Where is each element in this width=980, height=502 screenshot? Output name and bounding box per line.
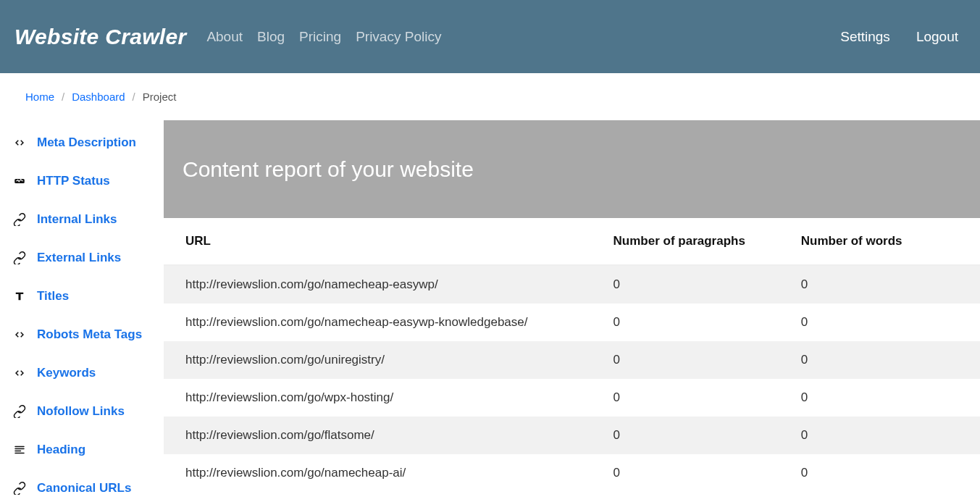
cell-words: 0 — [792, 265, 980, 304]
cell-words: 0 — [792, 304, 980, 341]
sidebar-item-label: Internal Links — [37, 212, 117, 227]
nav-about[interactable]: About — [206, 29, 243, 45]
cell-paragraphs: 0 — [605, 265, 792, 304]
cell-paragraphs: 0 — [605, 304, 792, 341]
sidebar-item[interactable]: Canonical URLs — [13, 469, 164, 502]
cell-url[interactable]: http://reviewslion.com/go/namecheap-easy… — [164, 265, 605, 304]
th-words: Number of words — [792, 218, 980, 265]
table-row: http://reviewslion.com/go/namecheap-easy… — [164, 265, 980, 304]
table-row: http://reviewslion.com/go/flatsome/00 — [164, 417, 980, 454]
sidebar-item-label: Heading — [37, 443, 85, 457]
link-icon — [13, 251, 37, 264]
status-icon — [13, 175, 37, 188]
breadcrumb-dashboard[interactable]: Dashboard — [72, 91, 125, 103]
breadcrumb-sep: / — [133, 91, 135, 103]
sidebar-item-label: Nofollow Links — [37, 404, 125, 419]
sidebar-item-label: Keywords — [37, 366, 96, 380]
breadcrumb-sep: / — [62, 91, 64, 103]
nav-pricing[interactable]: Pricing — [299, 29, 341, 45]
sidebar-item[interactable]: Keywords — [13, 354, 164, 392]
breadcrumb: Home / Dashboard / Project — [0, 73, 980, 120]
cell-paragraphs: 0 — [605, 417, 792, 454]
top-right-nav: Settings Logout — [840, 29, 958, 45]
cell-paragraphs: 0 — [605, 454, 792, 492]
sidebar-item[interactable]: Titles — [13, 277, 164, 315]
content-banner: Content report of your website — [164, 120, 980, 218]
code-icon — [13, 328, 37, 341]
nav-blog[interactable]: Blog — [257, 29, 285, 45]
sidebar-item-label: Titles — [37, 289, 69, 304]
th-url: URL — [164, 218, 605, 265]
nav-privacy[interactable]: Privacy Policy — [356, 29, 441, 45]
code-icon — [13, 136, 37, 149]
code-icon — [13, 367, 37, 380]
sidebar-item[interactable]: External Links — [13, 238, 164, 277]
cell-words: 0 — [792, 454, 980, 492]
banner-title: Content report of your website — [183, 157, 474, 182]
sidebar-item[interactable]: HTTP Status — [13, 162, 164, 200]
settings-link[interactable]: Settings — [840, 29, 890, 45]
cell-words: 0 — [792, 341, 980, 379]
table-row: http://reviewslion.com/go/wpx-hosting/00 — [164, 379, 980, 417]
table-row: http://reviewslion.com/go/uniregistry/00 — [164, 341, 980, 379]
cell-url[interactable]: http://reviewslion.com/go/namecheap-easy… — [164, 304, 605, 341]
sidebar-item-label: Meta Description — [37, 135, 136, 150]
top-bar: Website Crawler About Blog Pricing Priva… — [0, 0, 980, 73]
top-nav: About Blog Pricing Privacy Policy — [206, 29, 441, 45]
brand-logo[interactable]: Website Crawler — [14, 25, 186, 49]
cell-paragraphs: 0 — [605, 341, 792, 379]
cell-paragraphs: 0 — [605, 379, 792, 417]
cell-words: 0 — [792, 379, 980, 417]
cell-url[interactable]: http://reviewslion.com/go/uniregistry/ — [164, 341, 605, 379]
report-table: URL Number of paragraphs Number of words… — [164, 218, 980, 492]
cell-url[interactable]: http://reviewslion.com/go/namecheap-ai/ — [164, 454, 605, 492]
table-row: http://reviewslion.com/go/namecheap-easy… — [164, 304, 980, 341]
sidebar-item-label: Robots Meta Tags — [37, 327, 142, 342]
report-table-body: http://reviewslion.com/go/namecheap-easy… — [164, 265, 980, 492]
sidebar-item[interactable]: Nofollow Links — [13, 392, 164, 430]
breadcrumb-current: Project — [143, 91, 177, 103]
logout-link[interactable]: Logout — [916, 29, 958, 45]
sidebar-item[interactable]: Heading — [13, 430, 164, 469]
heading-icon — [13, 443, 37, 456]
sidebar-item[interactable]: Internal Links — [13, 200, 164, 238]
sidebar-item-label: Canonical URLs — [37, 481, 131, 495]
title-icon — [13, 290, 37, 303]
link-icon — [13, 213, 37, 226]
breadcrumb-home[interactable]: Home — [25, 91, 54, 103]
cell-words: 0 — [792, 417, 980, 454]
sidebar-item-label: HTTP Status — [37, 174, 110, 188]
sidebar-item[interactable]: Robots Meta Tags — [13, 315, 164, 354]
th-paragraphs: Number of paragraphs — [605, 218, 792, 265]
link-icon — [13, 482, 37, 495]
report-table-head: URL Number of paragraphs Number of words — [164, 218, 980, 265]
cell-url[interactable]: http://reviewslion.com/go/wpx-hosting/ — [164, 379, 605, 417]
sidebar: Meta DescriptionHTTP StatusInternal Link… — [0, 120, 164, 502]
cell-url[interactable]: http://reviewslion.com/go/flatsome/ — [164, 417, 605, 454]
table-row: http://reviewslion.com/go/namecheap-ai/0… — [164, 454, 980, 492]
sidebar-item[interactable]: Meta Description — [13, 123, 164, 162]
link-icon — [13, 405, 37, 418]
main-content: Content report of your website URL Numbe… — [164, 120, 980, 492]
sidebar-item-label: External Links — [37, 251, 121, 265]
